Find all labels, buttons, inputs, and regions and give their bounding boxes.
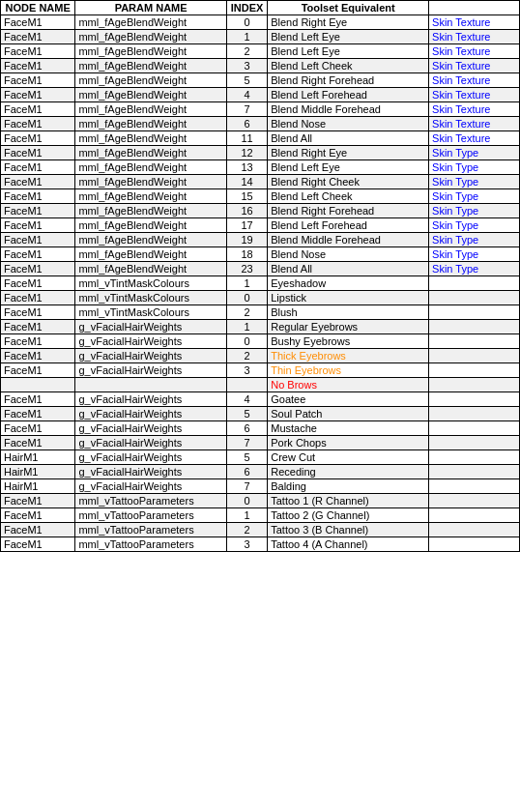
cell-node: FaceM1 xyxy=(1,30,75,44)
cell-extra xyxy=(429,378,520,392)
cell-extra: Skin Type xyxy=(429,218,520,233)
cell-index: 6 xyxy=(226,117,267,131)
table-row: HairM1g_vFacialHairWeights5Crew Cut xyxy=(1,450,520,465)
cell-index: 0 xyxy=(226,334,267,349)
cell-param: mml_vTattooParameters xyxy=(75,508,226,523)
cell-node: FaceM1 xyxy=(1,73,75,88)
table-row: FaceM1mml_fAgeBlendWeight17Blend Left Fo… xyxy=(1,218,520,233)
table-row: FaceM1mml_fAgeBlendWeight13Blend Left Ey… xyxy=(1,160,520,175)
cell-param: mml_fAgeBlendWeight xyxy=(75,262,226,276)
table-row: FaceM1g_vFacialHairWeights5Soul Patch xyxy=(1,407,520,421)
cell-param: mml_vTattooParameters xyxy=(75,537,226,552)
cell-node: FaceM1 xyxy=(1,523,75,537)
cell-toolset: Blend Right Eye xyxy=(268,15,429,30)
cell-node: FaceM1 xyxy=(1,537,75,552)
table-row: FaceM1mml_fAgeBlendWeight11Blend AllSkin… xyxy=(1,131,520,146)
cell-extra xyxy=(429,349,520,363)
table-row: HairM1g_vFacialHairWeights7Balding xyxy=(1,479,520,494)
cell-index: 4 xyxy=(226,88,267,102)
cell-toolset: Blend Right Eye xyxy=(268,146,429,160)
cell-toolset: Blend Nose xyxy=(268,117,429,131)
table-row: FaceM1g_vFacialHairWeights4Goatee xyxy=(1,392,520,407)
cell-node: HairM1 xyxy=(1,450,75,465)
cell-toolset: Blend Left Forehead xyxy=(268,218,429,233)
cell-node: FaceM1 xyxy=(1,363,75,378)
cell-extra xyxy=(429,494,520,508)
cell-extra xyxy=(429,276,520,291)
table-row: FaceM1mml_vTattooParameters0Tattoo 1 (R … xyxy=(1,494,520,508)
cell-node: FaceM1 xyxy=(1,102,75,117)
cell-toolset: Blend Nose xyxy=(268,247,429,262)
cell-extra: Skin Texture xyxy=(429,117,520,131)
cell-param: mml_fAgeBlendWeight xyxy=(75,175,226,189)
cell-index: 15 xyxy=(226,189,267,204)
table-row: FaceM1mml_vTattooParameters3Tattoo 4 (A … xyxy=(1,537,520,552)
cell-node: FaceM1 xyxy=(1,334,75,349)
table-row: FaceM1g_vFacialHairWeights3Thin Eyebrows xyxy=(1,363,520,378)
cell-node: FaceM1 xyxy=(1,160,75,175)
cell-param: mml_fAgeBlendWeight xyxy=(75,102,226,117)
cell-extra: Skin Texture xyxy=(429,102,520,117)
cell-extra: Skin Type xyxy=(429,175,520,189)
header-toolset: Toolset Equivalent xyxy=(268,1,429,15)
table-row: FaceM1mml_fAgeBlendWeight18Blend NoseSki… xyxy=(1,247,520,262)
table-row: FaceM1mml_fAgeBlendWeight0Blend Right Ey… xyxy=(1,15,520,30)
cell-index: 1 xyxy=(226,508,267,523)
cell-node: FaceM1 xyxy=(1,189,75,204)
cell-param: g_vFacialHairWeights xyxy=(75,479,226,494)
cell-index: 17 xyxy=(226,218,267,233)
cell-index: 2 xyxy=(226,523,267,537)
cell-node: HairM1 xyxy=(1,479,75,494)
cell-toolset: Goatee xyxy=(268,392,429,407)
cell-param: mml_fAgeBlendWeight xyxy=(75,44,226,59)
cell-extra: Skin Texture xyxy=(429,73,520,88)
cell-node: FaceM1 xyxy=(1,59,75,73)
table-row: HairM1g_vFacialHairWeights6Receding xyxy=(1,465,520,479)
cell-param: mml_fAgeBlendWeight xyxy=(75,218,226,233)
table-row: FaceM1mml_fAgeBlendWeight1Blend Left Eye… xyxy=(1,30,520,44)
cell-param: mml_fAgeBlendWeight xyxy=(75,88,226,102)
cell-param xyxy=(75,378,226,392)
cell-param: g_vFacialHairWeights xyxy=(75,363,226,378)
table-row: No Brows xyxy=(1,378,520,392)
cell-param: g_vFacialHairWeights xyxy=(75,334,226,349)
cell-node: FaceM1 xyxy=(1,421,75,436)
cell-toolset: Receding xyxy=(268,465,429,479)
cell-toolset: Blend All xyxy=(268,131,429,146)
cell-param: g_vFacialHairWeights xyxy=(75,407,226,421)
cell-extra xyxy=(429,523,520,537)
cell-index: 23 xyxy=(226,262,267,276)
cell-toolset: Blend Left Eye xyxy=(268,30,429,44)
cell-param: mml_fAgeBlendWeight xyxy=(75,131,226,146)
cell-node: FaceM1 xyxy=(1,247,75,262)
cell-index: 7 xyxy=(226,479,267,494)
cell-toolset: Blend Right Forehead xyxy=(268,204,429,218)
cell-node: FaceM1 xyxy=(1,204,75,218)
header-node: NODE NAME xyxy=(1,1,75,15)
cell-extra: Skin Type xyxy=(429,146,520,160)
cell-param: mml_vTintMaskColours xyxy=(75,305,226,320)
table-row: FaceM1mml_fAgeBlendWeight3Blend Left Che… xyxy=(1,59,520,73)
cell-param: mml_vTintMaskColours xyxy=(75,276,226,291)
table-row: FaceM1mml_fAgeBlendWeight6Blend NoseSkin… xyxy=(1,117,520,131)
cell-param: mml_fAgeBlendWeight xyxy=(75,204,226,218)
cell-index: 12 xyxy=(226,146,267,160)
cell-extra: Skin Texture xyxy=(429,131,520,146)
cell-node: FaceM1 xyxy=(1,392,75,407)
cell-index: 5 xyxy=(226,73,267,88)
table-row: FaceM1g_vFacialHairWeights0Bushy Eyebrow… xyxy=(1,334,520,349)
table-row: FaceM1mml_fAgeBlendWeight14Blend Right C… xyxy=(1,175,520,189)
cell-param: g_vFacialHairWeights xyxy=(75,436,226,450)
cell-node: FaceM1 xyxy=(1,349,75,363)
cell-param: mml_fAgeBlendWeight xyxy=(75,189,226,204)
cell-extra xyxy=(429,421,520,436)
cell-param: mml_vTintMaskColours xyxy=(75,291,226,305)
cell-node: FaceM1 xyxy=(1,15,75,30)
cell-toolset: Mustache xyxy=(268,421,429,436)
cell-index: 6 xyxy=(226,421,267,436)
table-row: FaceM1mml_vTintMaskColours1Eyeshadow xyxy=(1,276,520,291)
table-row: FaceM1mml_fAgeBlendWeight23Blend AllSkin… xyxy=(1,262,520,276)
cell-param: mml_fAgeBlendWeight xyxy=(75,59,226,73)
cell-index: 1 xyxy=(226,30,267,44)
table-row: FaceM1mml_fAgeBlendWeight16Blend Right F… xyxy=(1,204,520,218)
